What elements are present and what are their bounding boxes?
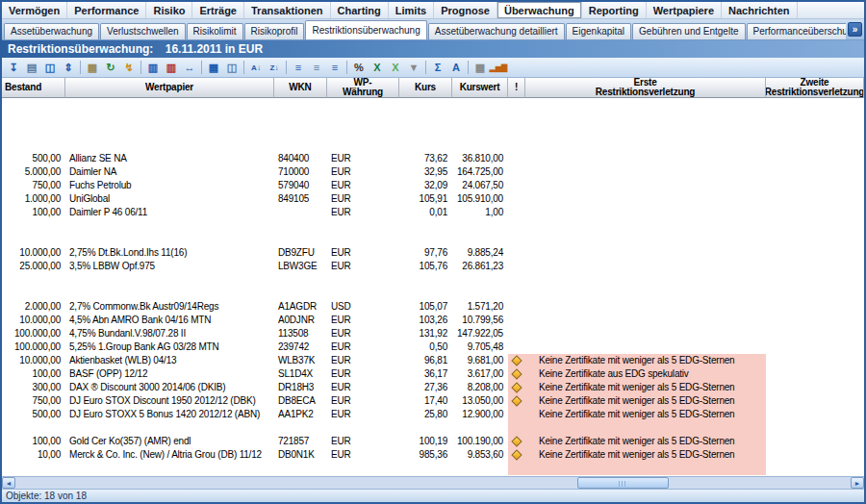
excel-export-icon[interactable]: X	[369, 60, 386, 76]
table-row[interactable]: 100,00BASF (OPP) 12/12SL1D4XEUR36,173.61…	[2, 367, 864, 381]
align-right-icon[interactable]: ≡	[326, 60, 344, 76]
percent-icon[interactable]: %	[350, 60, 368, 76]
font-icon[interactable]: A	[447, 60, 465, 76]
table-row[interactable]: 750,00DJ Euro STOX Discount 1950 2012/12…	[2, 394, 864, 408]
table-row[interactable]: 300,00DAX ® Discount 3000 2014/06 (DKIB)…	[2, 381, 864, 394]
excel-import-icon[interactable]: X	[387, 60, 404, 76]
column-header-waehrung[interactable]: WP- Währung	[327, 78, 399, 98]
table-row[interactable]: 10.000,004,5% Abn AMRO Bank 04/16 MTNA0D…	[2, 314, 864, 327]
cell-kurs: 97,76	[399, 246, 452, 260]
column-header-wkn[interactable]: WKN	[274, 78, 327, 98]
menu-item-nachrichten[interactable]: Nachrichten	[722, 2, 798, 18]
column-header-zweite[interactable]: Zweite Restriktionsverletzung	[766, 78, 864, 98]
cell-erste: Keine Zertifikate mit weniger als 5 EDG-…	[525, 394, 766, 408]
align-left-icon[interactable]: ≡	[290, 60, 307, 76]
cell-bestand: 10.000,00	[2, 354, 65, 367]
table-row[interactable]: 2.000,002,7% Commonw.Bk Austr09/14RegsA1…	[2, 300, 864, 314]
cell-wertpapier	[65, 98, 274, 112]
copy-page-icon[interactable]: ▤	[23, 60, 40, 76]
table-icon[interactable]: ▦	[205, 60, 222, 76]
tab-geb-hren-und-entgelte[interactable]: Gebühren und Entgelte	[632, 23, 745, 39]
cell-kurswert: 12.900,00	[452, 408, 508, 421]
refresh-icon[interactable]: ↻	[102, 60, 119, 76]
cell-warn	[508, 381, 525, 394]
tab-risikolimit[interactable]: Risikolimit	[187, 23, 243, 39]
tab-asset-berwachung-detailliert[interactable]: Assetüberwachung detailliert	[428, 23, 565, 39]
grid-icon[interactable]: ▦	[471, 60, 489, 76]
table-row[interactable]: 5.000,00Daimler NA710000EUR32,95164.725,…	[2, 165, 864, 179]
cell-wertpapier	[65, 421, 274, 435]
restriction-table: BestandWertpapierWKNWP- WährungKursKursw…	[2, 78, 864, 476]
column-header-kurswert[interactable]: Kurswert	[452, 78, 508, 98]
menu-item-risiko[interactable]: Risiko	[146, 2, 192, 18]
column-header-erste[interactable]: Erste Restriktionsverletzung	[525, 78, 766, 98]
tab-eigenkapital[interactable]: Eigenkapital	[566, 23, 631, 39]
import-table-icon[interactable]: ↧	[5, 60, 22, 76]
export-updown-icon[interactable]: ⇕	[60, 60, 77, 76]
cell-wkn: AA1PK2	[274, 408, 327, 421]
chart-icon[interactable]: ▂▅▇	[490, 60, 507, 76]
calendar-icon[interactable]: ▦	[84, 60, 101, 76]
scroll-right-button[interactable]: ►	[851, 477, 864, 489]
menu-item-wertpapiere[interactable]: Wertpapiere	[647, 2, 722, 18]
cell-warn	[508, 179, 525, 192]
menu-item-limits[interactable]: Limits	[389, 2, 434, 18]
column-header-warn[interactable]: !	[508, 78, 525, 98]
delete-column-icon[interactable]: ▥	[163, 60, 180, 76]
toolbar-separator	[286, 61, 287, 74]
freeze-pane-icon[interactable]: ◫	[223, 60, 241, 76]
tab-asset-berwachung[interactable]: Assetüberwachung	[4, 23, 99, 39]
horizontal-scrollbar[interactable]: ◄ ►	[2, 476, 864, 489]
scrollbar-thumb[interactable]	[577, 477, 669, 489]
cell-zweite	[766, 139, 864, 152]
menu-item-ertr-ge[interactable]: Erträge	[192, 2, 244, 18]
tab-risikoprofil[interactable]: Risikoprofil	[244, 23, 305, 39]
cell-kurswert: 13.050,00	[452, 394, 508, 408]
table-row[interactable]: 500,00DJ Euro STOXX 5 Bonus 1420 2012/12…	[2, 408, 864, 421]
sort-ascending-icon[interactable]: A↓	[247, 60, 265, 76]
menu-item-verm-gen[interactable]: Vermögen	[2, 2, 67, 18]
cell-warn	[508, 300, 525, 314]
cell-bestand: 25.000,00	[2, 260, 65, 273]
cell-kurs	[399, 462, 452, 475]
table-row[interactable]: 500,00Allianz SE NA840400EUR73,6236.810,…	[2, 152, 864, 165]
table-row[interactable]: 100.000,005,25% 1.Group Bank AG 03/28 MT…	[2, 340, 864, 354]
filter-icon[interactable]: ▼	[405, 60, 422, 76]
lightning-icon[interactable]: ↯	[120, 60, 138, 76]
cell-wkn	[274, 98, 327, 112]
tab-performance-berschuss[interactable]: Performanceüberschuss	[747, 23, 847, 39]
menu-item-transaktionen[interactable]: Transaktionen	[244, 2, 331, 18]
column-width-icon[interactable]: ↔	[181, 60, 198, 76]
tab-overflow-button[interactable]: »	[848, 22, 862, 37]
cell-erste	[525, 152, 766, 165]
cell-kurswert	[452, 421, 508, 435]
cell-bestand: 100,00	[2, 367, 65, 381]
menu-item-prognose[interactable]: Prognose	[434, 2, 497, 18]
menu-item-charting[interactable]: Charting	[331, 2, 389, 18]
table-row[interactable]: 100,00Gold Cer Ko(357) (AMR) endl721857E…	[2, 435, 864, 448]
menu-item-performance[interactable]: Performance	[67, 2, 146, 18]
sort-descending-icon[interactable]: Z↓	[266, 60, 283, 76]
menu-item-berwachung[interactable]: Überwachung	[497, 2, 582, 18]
table-row[interactable]: 100,00Daimler P 46 06/11EUR0,011,00	[2, 206, 864, 219]
column-header-bestand[interactable]: Bestand	[2, 78, 65, 98]
tab-verlustschwellen[interactable]: Verlustschwellen	[100, 23, 185, 39]
table-row[interactable]: 10.000,00Aktienbasket (WLB) 04/13WLB37KE…	[2, 354, 864, 367]
menu-item-reporting[interactable]: Reporting	[582, 2, 647, 18]
table-row[interactable]: 750,00Fuchs Petrolub579040EUR32,0924.067…	[2, 179, 864, 192]
column-header-wertpapier[interactable]: Wertpapier	[65, 78, 274, 98]
insert-column-icon[interactable]: ▥	[144, 60, 162, 76]
align-center-icon[interactable]: ≡	[308, 60, 325, 76]
cell-zweite	[766, 98, 864, 112]
layout-window-icon[interactable]: ◫	[41, 60, 59, 76]
sum-icon[interactable]: Σ	[429, 60, 446, 76]
table-row[interactable]: 10.000,002,75% Dt.Bk.Lond.Ihs 11(16)DB9Z…	[2, 246, 864, 260]
tab-restriktions-berwachung[interactable]: Restriktionsüberwachung	[305, 20, 426, 39]
table-row[interactable]: 1.000,00UniGlobal849105EUR105,91105.910,…	[2, 192, 864, 206]
column-header-kurs[interactable]: Kurs	[399, 78, 452, 98]
table-row[interactable]: 100.000,004,75% Bundanl.V.98/07.28 II113…	[2, 327, 864, 340]
table-row[interactable]: 10,00Merck & Co. Inc. (New) / Altria Gro…	[2, 448, 864, 462]
cell-waehrung: EUR	[327, 340, 399, 354]
scroll-left-button[interactable]: ◄	[2, 477, 15, 489]
table-row[interactable]: 25.000,003,5% LBBW Opf.975LBW3GEEUR105,7…	[2, 260, 864, 273]
